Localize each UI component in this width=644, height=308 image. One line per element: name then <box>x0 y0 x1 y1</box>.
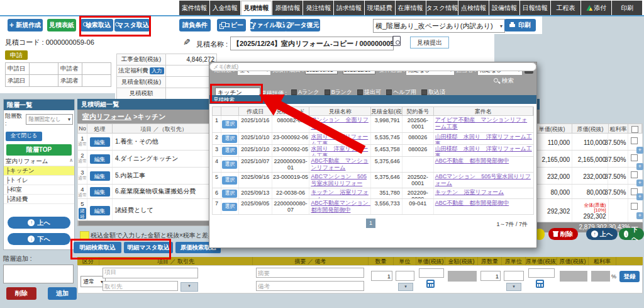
cover-button[interactable]: 見積表紙 <box>47 19 76 31</box>
unit-price-input[interactable] <box>419 268 444 278</box>
insert-row-button[interactable]: + <box>636 212 643 219</box>
edit-button[interactable]: 編集 <box>90 154 110 164</box>
file-import-button[interactable]: ファイル取込 <box>250 19 287 31</box>
case-name-link[interactable]: ABC不動産 都市開発部御中 <box>435 200 509 206</box>
register-button[interactable]: 登録 <box>619 271 640 282</box>
insert-row-button[interactable]: + <box>636 163 643 170</box>
tab-genka[interactable]: 原価情報 <box>272 1 303 15</box>
summary-input[interactable] <box>256 268 364 278</box>
orig-unit-input[interactable] <box>504 271 524 281</box>
pagination-page-1[interactable]: 1 <box>366 219 375 228</box>
estimate-name-select[interactable]: 【2025/12/24】室内リフォーム-コピー / 0000000059-06 … <box>230 37 394 50</box>
case-name-link[interactable]: 山田様邸 水回り 洋室リフォーム工事 <box>435 145 532 156</box>
hierarchy-top-button[interactable]: 階層TOP <box>6 144 72 156</box>
tab-genba[interactable]: 現場経費 <box>365 1 395 15</box>
tab-kotei[interactable]: 工程表 <box>551 1 581 15</box>
case-name-link[interactable]: キッチン 浴室リフォーム <box>435 189 504 195</box>
case-name-link[interactable]: ABCマンション 505号室水回りリフォーム <box>435 173 531 186</box>
tree-item[interactable]: ├トイレ <box>4 176 74 185</box>
vendor-dropdown-button[interactable]: ▾ <box>180 282 198 292</box>
vendor-input[interactable] <box>103 281 178 291</box>
estimate-name-link[interactable]: キッチン 浴室リフォーム <box>311 189 368 198</box>
tab-seikyu[interactable]: 請求情報 <box>334 1 364 15</box>
contract-terms-button[interactable]: 請負条件 <box>179 19 211 31</box>
quantity-input[interactable] <box>371 271 392 281</box>
modal-search-button[interactable]: 検索 <box>494 77 514 85</box>
tree-item[interactable]: ├キッチン <box>4 166 74 176</box>
action-badge[interactable]: 入力 <box>150 67 164 74</box>
edit-button[interactable]: 編集 <box>90 206 110 215</box>
select-button[interactable]: 選択 <box>222 135 237 143</box>
edit-button[interactable]: 編集 <box>90 137 110 147</box>
collapse-all-button[interactable]: 全て閉じる <box>6 132 42 141</box>
tab-setsubi[interactable]: 設備情報 <box>489 1 519 15</box>
orig-unit-dropdown-button[interactable]: ▾ <box>506 283 521 291</box>
estimate-name-link[interactable]: ABC不動産マンション 都市開発部御中 <box>311 200 371 213</box>
add-hierarchy-input[interactable] <box>3 265 74 283</box>
detail-search-import-button[interactable]: 明細検索取込 <box>74 242 121 253</box>
estimate-name-link[interactable]: 水回り 洋室リフォーム工事 <box>311 145 368 156</box>
edit-button[interactable]: 編集 <box>90 171 110 181</box>
new-button[interactable]: 新規作成 <box>8 19 43 31</box>
row-type-select[interactable]: 通常 <box>80 276 106 287</box>
add-hierarchy-button[interactable]: 追加 <box>48 287 77 300</box>
detail-master-import-button[interactable]: 明細マスタ取込 <box>124 242 173 253</box>
tab-insatsu[interactable]: 印刷 <box>612 1 642 15</box>
insert-row-button[interactable]: + <box>636 147 643 154</box>
rows-up-button[interactable]: ↑上へ <box>586 228 618 240</box>
tab-zaiko[interactable]: 在庫情報 <box>396 1 426 15</box>
copy-button[interactable]: コピー <box>217 19 246 31</box>
tab-task[interactable]: タスク情報 <box>426 1 458 15</box>
level-count-select[interactable]: 階層固定なし <box>26 114 73 125</box>
tab-mitsumori[interactable]: 見積情報 <box>241 1 272 15</box>
calculator-icon[interactable] <box>536 280 544 288</box>
tab-tempu[interactable]: 添付 <box>581 1 611 15</box>
modal-filter-input[interactable] <box>209 62 536 71</box>
move-down-button[interactable]: ↓下へ <box>8 233 70 245</box>
estimate-name-link[interactable]: 水回り 洋室リフォーム工事 <box>311 134 368 144</box>
case-name-link[interactable]: 山田様邸 水回り 洋室リフォーム工事 <box>435 134 532 144</box>
tab-nyukin[interactable]: 入金情報 <box>210 1 240 15</box>
print-preset-select[interactable]: 横_階層あり_改ページあり(内訳あり) <box>373 19 505 33</box>
unit-input[interactable] <box>396 271 414 281</box>
calculator-icon[interactable] <box>426 280 435 288</box>
estimate-name-link[interactable]: ABC不動産 マンションリフォーム <box>311 157 368 171</box>
select-button[interactable]: 選択 <box>222 176 237 185</box>
delete-hierarchy-button[interactable]: 削除 <box>6 287 36 300</box>
tab-anken[interactable]: 案件情報 <box>179 1 209 15</box>
tree-item[interactable]: ├和室 <box>4 185 74 195</box>
insert-row-button[interactable]: + <box>636 193 643 200</box>
breadcrumb-parent-link[interactable]: 室内リフォーム <box>82 113 131 120</box>
insert-row-button[interactable]: + <box>636 180 643 186</box>
case-name-link[interactable]: ABC不動産 都市開発部御中 <box>435 157 509 164</box>
row-checkbox[interactable] <box>631 203 638 210</box>
row-checkbox[interactable] <box>631 171 638 178</box>
orig-quantity-input[interactable] <box>480 271 501 281</box>
print-button[interactable]: 印刷 <box>504 19 536 31</box>
tree-item[interactable]: ├諸経費 <box>4 195 74 204</box>
estimate-name-link[interactable]: ABCマンション 505号室水回りリフォーム-コピー <box>311 173 367 188</box>
move-up-button[interactable]: ↑上へ <box>8 217 70 229</box>
delete-rows-button[interactable]: 削除 <box>548 228 578 240</box>
row-checkbox[interactable] <box>631 154 638 161</box>
item-input[interactable] <box>103 268 198 278</box>
master-import-button[interactable]: マスタ取込 <box>114 19 150 31</box>
estimate-name-link[interactable]: マンション 全面リフォーム <box>311 117 368 130</box>
unit-dropdown-button[interactable]: ▾ <box>398 283 413 291</box>
select-all-checkbox[interactable] <box>631 126 638 133</box>
rows-down-button[interactable]: ↓下へ <box>619 228 644 240</box>
note-input[interactable] <box>256 281 364 291</box>
select-button[interactable]: 選択 <box>222 161 237 169</box>
select-button[interactable]: 選択 <box>222 203 237 211</box>
tab-hacchu[interactable]: 発注情報 <box>303 1 333 15</box>
tab-nippo[interactable]: 日報情報 <box>520 1 550 15</box>
case-name-link[interactable]: アイピア不動産 マンションリフォーム工事 <box>435 117 528 130</box>
select-button[interactable]: 選択 <box>222 190 237 198</box>
select-button[interactable]: 選択 <box>222 120 237 128</box>
search-import-button[interactable]: 検索取込 <box>80 19 113 31</box>
edit-button[interactable]: 編集 <box>90 187 110 197</box>
tab-tenken[interactable]: 点検情報 <box>458 1 489 15</box>
orig-unit-price-input[interactable] <box>528 268 555 278</box>
tree-item[interactable]: 室内リフォーム∧ <box>4 157 74 166</box>
submit-estimate-button[interactable]: 見積提出 <box>410 37 449 48</box>
